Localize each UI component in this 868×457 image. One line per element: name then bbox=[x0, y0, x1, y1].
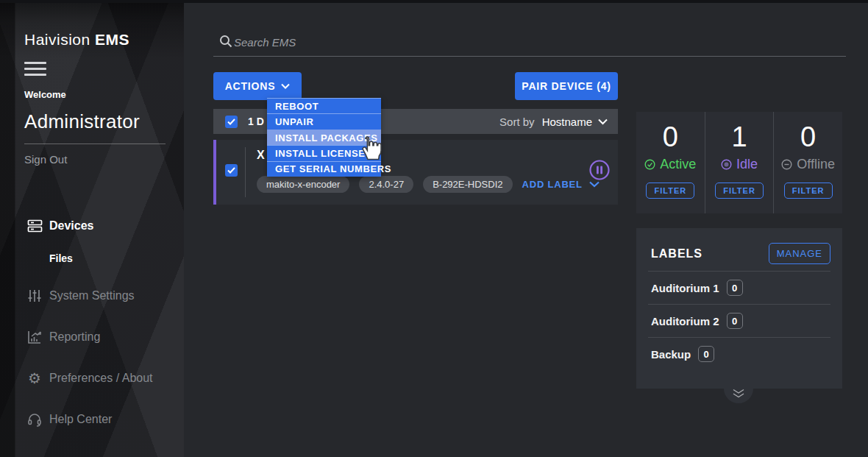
pause-icon[interactable] bbox=[588, 159, 611, 181]
device-hostname: X bbox=[257, 149, 265, 162]
pair-device-button[interactable]: PAIR DEVICE (4) bbox=[515, 72, 618, 100]
active-count: 0 bbox=[663, 121, 678, 153]
haivision-ems-app: Haivision EMS Welcome Administrator Sign… bbox=[0, 0, 868, 457]
chevron-down-icon bbox=[589, 181, 600, 188]
sidebar-item-files[interactable]: Files bbox=[0, 246, 184, 271]
filter-active-button[interactable]: FILTER bbox=[646, 183, 694, 199]
sidebar-item-label: Files bbox=[49, 252, 73, 264]
app-logo: Haivision EMS bbox=[24, 31, 129, 49]
sidebar-item-help-center[interactable]: Help Center bbox=[0, 407, 184, 432]
device-tags: makito-x-encoder 2.4.0-27 B-292E-HDSDI2 … bbox=[257, 176, 600, 193]
sidebar-item-devices[interactable]: Devices bbox=[0, 213, 184, 238]
label-count-badge: 0 bbox=[727, 280, 743, 296]
actions-button[interactable]: ACTIONS bbox=[213, 72, 302, 100]
device-divider bbox=[245, 147, 246, 197]
stat-offline: 0 Offline FILTER bbox=[773, 112, 842, 213]
device-tag: makito-x-encoder bbox=[257, 176, 349, 193]
labels-list: Auditorium 1 0 Auditorium 2 0 Backup 0 bbox=[648, 271, 830, 370]
sidebar-divider bbox=[24, 144, 166, 144]
offline-label-row: Offline bbox=[781, 157, 835, 172]
check-icon bbox=[227, 167, 235, 174]
search-icon bbox=[219, 35, 232, 51]
headset-icon bbox=[26, 411, 43, 428]
add-label-text: ADD LABEL bbox=[522, 179, 583, 190]
menu-item-install-packages[interactable]: INSTALL PACKAGES bbox=[267, 130, 381, 145]
user-name: Administrator bbox=[24, 110, 140, 133]
active-status-icon bbox=[644, 159, 655, 170]
sidebar-item-label: Devices bbox=[49, 219, 94, 233]
sign-out-link[interactable]: Sign Out bbox=[24, 153, 67, 166]
chevron-down-icon bbox=[281, 83, 290, 89]
active-label-row: Active bbox=[644, 157, 696, 172]
check-icon bbox=[227, 118, 235, 125]
hamburger-menu-icon[interactable] bbox=[24, 62, 46, 77]
menu-item-install-licenses[interactable]: INSTALL LICENSES bbox=[267, 145, 381, 160]
search-bar bbox=[213, 32, 846, 57]
label-row-auditorium-1[interactable]: Auditorium 1 0 bbox=[648, 271, 830, 304]
manage-labels-button[interactable]: MANAGE bbox=[769, 243, 830, 264]
device-tag: B-292E-HDSDI2 bbox=[423, 176, 512, 193]
pair-device-button-label: PAIR DEVICE (4) bbox=[522, 80, 611, 92]
welcome-label: Welcome bbox=[24, 89, 66, 100]
gear-icon: ⚙ bbox=[26, 370, 43, 386]
label-name: Auditorium 2 bbox=[651, 315, 719, 327]
idle-count: 1 bbox=[731, 121, 747, 153]
actions-dropdown-menu: REBOOT UNPAIR INSTALL PACKAGES INSTALL L… bbox=[267, 98, 381, 177]
menu-item-unpair[interactable]: UNPAIR bbox=[267, 113, 381, 129]
device-checkbox[interactable] bbox=[225, 164, 238, 177]
filter-idle-button[interactable]: FILTER bbox=[715, 183, 764, 199]
sidebar-item-system-settings[interactable]: System Settings bbox=[0, 283, 184, 308]
labels-panel: LABELS MANAGE Auditorium 1 0 Auditorium … bbox=[636, 228, 842, 389]
sidebar-item-label: System Settings bbox=[49, 289, 135, 302]
idle-status-icon bbox=[721, 159, 732, 170]
offline-label: Offline bbox=[797, 157, 835, 172]
filter-offline-button[interactable]: FILTER bbox=[784, 183, 833, 199]
labels-title: LABELS bbox=[651, 247, 702, 261]
sort-value: Hostname bbox=[542, 116, 592, 128]
idle-label: Idle bbox=[736, 157, 758, 172]
sliders-icon bbox=[26, 288, 43, 304]
sort-by-label: Sort by bbox=[499, 116, 535, 128]
device-tag: 2.4.0-27 bbox=[359, 176, 413, 193]
offline-status-icon bbox=[781, 159, 792, 170]
devices-icon bbox=[26, 218, 43, 234]
search-input[interactable] bbox=[234, 32, 822, 52]
sidebar-item-reporting[interactable]: Reporting bbox=[0, 325, 184, 350]
stat-active: 0 Active FILTER bbox=[636, 112, 705, 213]
selected-count-label: 1 D bbox=[248, 116, 264, 127]
label-count-badge: 0 bbox=[727, 313, 743, 329]
device-status-stripe bbox=[213, 140, 216, 205]
double-chevron-down-icon bbox=[730, 389, 747, 399]
chevron-down-icon bbox=[598, 118, 608, 125]
label-row-backup[interactable]: Backup 0 bbox=[648, 337, 830, 370]
offline-count: 0 bbox=[800, 121, 816, 153]
select-all-checkbox[interactable] bbox=[225, 116, 238, 128]
label-name: Backup bbox=[651, 348, 691, 361]
sidebar-item-preferences-about[interactable]: ⚙ Preferences / About bbox=[0, 366, 184, 391]
active-label: Active bbox=[660, 157, 696, 172]
sidebar-item-label: Help Center bbox=[49, 413, 112, 426]
label-name: Auditorium 1 bbox=[651, 282, 719, 294]
menu-item-get-serial-numbers[interactable]: GET SERIAL NUMBERS bbox=[267, 161, 381, 177]
label-count-badge: 0 bbox=[698, 346, 714, 362]
sidebar-item-label: Reporting bbox=[49, 330, 100, 344]
label-row-auditorium-2[interactable]: Auditorium 2 0 bbox=[648, 304, 830, 337]
device-status-summary: 0 Active FILTER 1 Idle FILTER 0 bbox=[636, 112, 842, 213]
stat-idle: 1 Idle FILTER bbox=[705, 112, 774, 213]
chart-icon bbox=[26, 329, 43, 345]
idle-label-row: Idle bbox=[721, 157, 758, 172]
sidebar-item-label: Preferences / About bbox=[49, 372, 153, 385]
sort-dropdown[interactable]: Hostname bbox=[542, 116, 608, 128]
actions-button-label: ACTIONS bbox=[225, 80, 276, 92]
menu-item-reboot[interactable]: REBOOT bbox=[267, 98, 381, 113]
sidebar: Haivision EMS Welcome Administrator Sign… bbox=[0, 0, 184, 457]
